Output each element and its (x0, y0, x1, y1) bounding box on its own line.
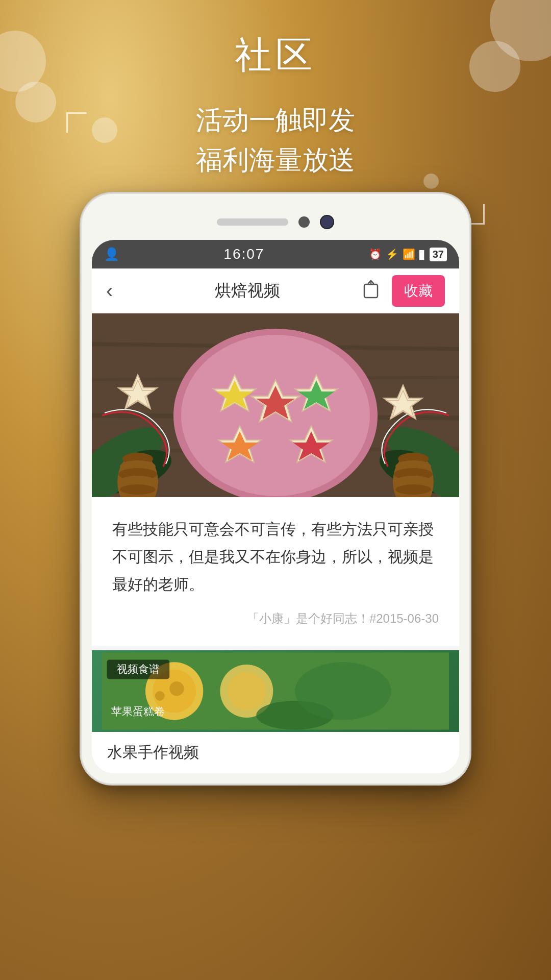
phone-camera-lens (320, 215, 334, 229)
nav-bar: ‹ 烘焙视频 收藏 (92, 268, 459, 313)
bottom-card-title: 水果手作视频 (107, 742, 444, 763)
bottom-card[interactable]: 视频食谱 苹果蛋糕卷 水果手作视频 (92, 646, 459, 773)
content-image (92, 313, 459, 497)
page-title: 社区 (235, 31, 316, 80)
status-bar: 16:07 37 (92, 240, 459, 268)
back-button[interactable]: ‹ (106, 279, 137, 302)
status-left (104, 247, 119, 261)
svg-text:苹果蛋糕卷: 苹果蛋糕卷 (111, 705, 165, 717)
phone-speaker (217, 218, 288, 226)
bottom-card-footer: 水果手作视频 (92, 732, 459, 773)
wifi-icon (403, 248, 415, 261)
subtitle-line2: 福利海量放送 (196, 140, 355, 180)
svg-rect-0 (364, 284, 378, 298)
status-right: 37 (369, 248, 447, 261)
phone-top-bar (92, 204, 459, 240)
battery-indicator: 37 (430, 248, 447, 261)
bluetooth-icon (386, 248, 398, 261)
svg-text:视频食谱: 视频食谱 (117, 663, 160, 675)
nav-title: 烘焙视频 (137, 280, 358, 302)
nav-actions: 收藏 (358, 275, 445, 307)
phone-mockup: 16:07 37 ‹ 烘焙视频 (82, 194, 469, 783)
svg-point-44 (169, 681, 184, 696)
meta-info: 「小康」是个好同志！#2015-06-30 (112, 610, 439, 627)
svg-point-15 (120, 484, 156, 495)
svg-point-45 (155, 691, 165, 701)
phone-outer: 16:07 37 ‹ 烘焙视频 (82, 194, 469, 783)
subtitle-line1: 活动一触即发 (196, 100, 355, 140)
alarm-icon (369, 248, 382, 261)
text-content: 有些技能只可意会不可言传，有些方法只可亲授不可图示，但是我又不在你身边，所以，视… (92, 497, 459, 646)
signal-icon (419, 248, 425, 261)
cookie-background (92, 313, 459, 497)
user-icon (104, 247, 119, 261)
svg-point-47 (228, 672, 266, 710)
share-button[interactable] (358, 278, 384, 304)
phone-screen: 16:07 37 ‹ 烘焙视频 (92, 240, 459, 773)
svg-point-49 (295, 662, 391, 720)
collect-button[interactable]: 收藏 (392, 275, 445, 307)
subtitle: 活动一触即发 福利海量放送 (196, 100, 355, 180)
status-time: 16:07 (223, 246, 264, 262)
svg-point-24 (395, 484, 431, 495)
phone-home-button (298, 216, 310, 228)
description: 有些技能只可意会不可言传，有些方法只可亲授不可图示，但是我又不在你身边，所以，视… (112, 516, 439, 598)
svg-point-26 (181, 335, 370, 496)
bottom-card-image: 视频食谱 苹果蛋糕卷 (92, 650, 459, 732)
